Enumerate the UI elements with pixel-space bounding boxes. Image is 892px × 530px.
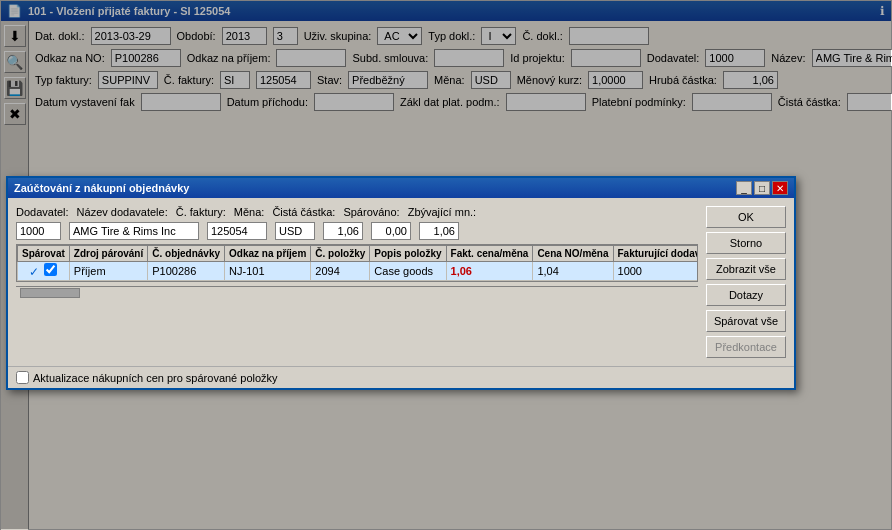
modal-zbyvajici-val-group [419,222,459,240]
col-fakturujici-dodavatel: Fakturující dodavatel [613,246,698,262]
row-checkmark-cell: ✓ [18,262,70,281]
row-checkbox[interactable] [44,263,57,276]
col-c-polozky: Č. položky [311,246,370,262]
modal-sparovano-value[interactable] [371,222,411,240]
modal-cista-castka-value[interactable] [323,222,363,240]
row-popis-polozky: Case goods [370,262,446,281]
modal-sparovano-val-group [371,222,411,240]
sparovat-vse-button[interactable]: Spárovat vše [706,310,786,332]
modal-c-faktury-label: Č. faktury: [176,206,226,218]
row-cena-no: 1,04 [533,262,613,281]
modal-close-button[interactable]: ✕ [772,181,788,195]
modal-nazev-val-group [69,222,199,240]
col-popis-polozky: Popis položky [370,246,446,262]
modal-c-faktury-value[interactable] [207,222,267,240]
modal-cista-val-group [323,222,363,240]
modal-data-table: Spárovat Zdroj párování Č. objednávky Od… [17,245,698,281]
modal-title-buttons: _ □ ✕ [736,181,788,195]
row-c-objednavky: P100286 [148,262,225,281]
modal-title-bar: Zaúčtování z nákupní objednávky _ □ ✕ [8,178,794,198]
modal-zbyvajici-label: Zbývající mn.: [408,206,476,218]
modal-title: Zaúčtování z nákupní objednávky [14,182,189,194]
modal-info-values-row [16,222,698,240]
modal-sparovano-label: Spárováno: [343,206,399,218]
modal-dodavatel-label: Dodavatel: [16,206,69,218]
col-cena-no: Cena NO/měna [533,246,613,262]
modal-info-row: Dodavatel: Název dodavatele: Č. faktury:… [16,206,698,218]
modal-cista-castka-label: Čistá částka: [272,206,335,218]
predkontace-button[interactable]: Předkontace [706,336,786,358]
table-header-row: Spárovat Zdroj párování Č. objednávky Od… [18,246,699,262]
col-zdroj-parovani: Zdroj párování [69,246,147,262]
modal-body: Dodavatel: Název dodavatele: Č. faktury:… [8,198,794,366]
modal-c-faktury-group: Č. faktury: [176,206,226,218]
dotazy-button[interactable]: Dotazy [706,284,786,306]
modal-dialog: Zaúčtování z nákupní objednávky _ □ ✕ Do… [6,176,796,390]
modal-table-container: Spárovat Zdroj párování Č. objednávky Od… [16,244,698,282]
row-checkmark-icon: ✓ [29,265,39,279]
modal-dodavatel-value[interactable] [16,222,61,240]
modal-button-panel: OK Storno Zobrazit vše Dotazy Spárovat v… [706,206,786,358]
col-odkaz-prijem: Odkaz na příjem [225,246,311,262]
modal-mena-value[interactable] [275,222,315,240]
zobrazit-vse-button[interactable]: Zobrazit vše [706,258,786,280]
modal-main-area: Dodavatel: Název dodavatele: Č. faktury:… [16,206,698,358]
table-scrollbar[interactable] [16,286,698,298]
aktualizace-label: Aktualizace nákupních cen pro spárované … [33,372,278,384]
main-window: 📄 101 - Vložení přijaté faktury - SI 125… [0,0,892,530]
modal-c-faktury-val-group [207,222,267,240]
modal-maximize-button[interactable]: □ [754,181,770,195]
modal-minimize-button[interactable]: _ [736,181,752,195]
row-zdroj-parovani: Příjem [69,262,147,281]
modal-dodavatel-val-group [16,222,61,240]
row-odkaz-prijem: NJ-101 [225,262,311,281]
modal-nazev-group: Název dodavatele: [77,206,168,218]
modal-zbyvajici-group: Zbývající mn.: [408,206,476,218]
col-c-objednavky: Č. objednávky [148,246,225,262]
ok-button[interactable]: OK [706,206,786,228]
row-fakturujici-dodavatel: 1000 [613,262,698,281]
row-fakt-cena: 1,06 [446,262,533,281]
modal-nazev-dodavatele-label: Název dodavatele: [77,206,168,218]
modal-bottom-bar: Aktualizace nákupních cen pro spárované … [8,366,794,388]
modal-dodavatel-group: Dodavatel: [16,206,69,218]
modal-zbyvajici-value[interactable] [419,222,459,240]
col-fakt-cena: Fakt. cena/měna [446,246,533,262]
modal-mena-group: Měna: [234,206,265,218]
modal-sparovano-group: Spárováno: [343,206,399,218]
table-row: ✓ Příjem P100286 NJ-101 2094 Case goods … [18,262,699,281]
storno-button[interactable]: Storno [706,232,786,254]
col-sparovat: Spárovat [18,246,70,262]
modal-mena-val-group [275,222,315,240]
row-c-polozky: 2094 [311,262,370,281]
modal-cista-castka-group: Čistá částka: [272,206,335,218]
aktualizace-checkbox[interactable] [16,371,29,384]
modal-mena-label: Měna: [234,206,265,218]
modal-nazev-dodavatele-value[interactable] [69,222,199,240]
